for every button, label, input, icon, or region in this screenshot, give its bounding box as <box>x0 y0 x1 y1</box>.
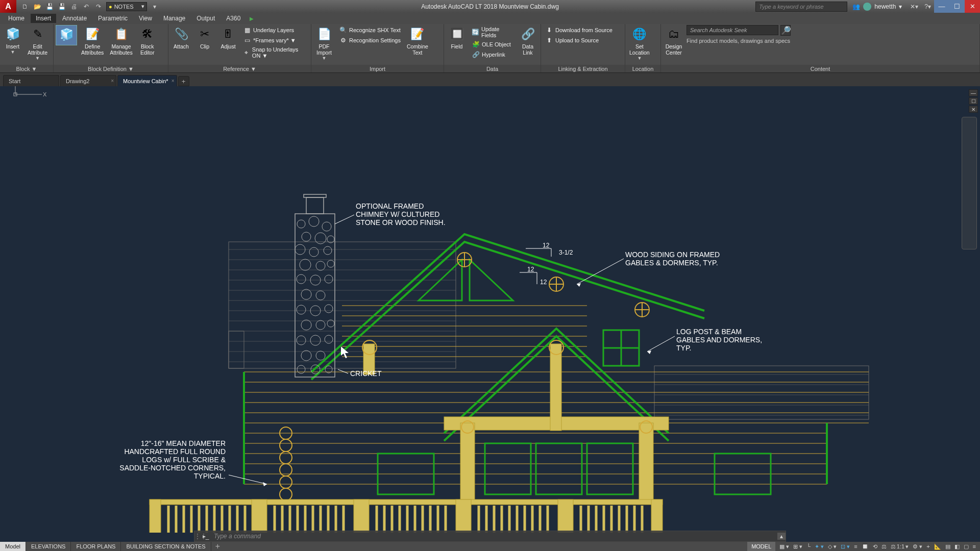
plus-icon[interactable]: + <box>926 543 929 549</box>
drawing-canvas[interactable]: OPTIONAL FRAMEDCHIMNEY W/ CULTUREDSTONE … <box>0 86 980 533</box>
play-icon[interactable]: ▶ <box>250 16 254 21</box>
plot-icon[interactable]: 🖨 <box>69 2 79 11</box>
close-tab-icon[interactable]: × <box>111 78 114 84</box>
panel-data-title: Data <box>444 65 541 72</box>
panel-reference-title[interactable]: Reference ▼ <box>168 65 311 72</box>
menu-manage[interactable]: Manage <box>158 14 190 23</box>
file-tab-start[interactable]: Start <box>3 75 59 86</box>
menu-home[interactable]: Home <box>3 14 30 23</box>
lineweight-icon[interactable]: ≡ <box>854 543 857 549</box>
field-button[interactable]: 🔲Field <box>446 25 468 51</box>
file-tab-mountview[interactable]: Mountview Cabin*× <box>117 75 177 86</box>
undo-icon[interactable]: ↶ <box>82 2 91 11</box>
cycling-icon[interactable]: ⟲ <box>873 543 877 550</box>
app-logo[interactable]: A <box>0 0 16 13</box>
layout-tab-model[interactable]: Model <box>0 542 26 551</box>
viewport-max-icon[interactable]: ☐ <box>969 97 978 105</box>
customize-icon[interactable]: ≡ <box>973 543 976 549</box>
menu-annotate[interactable]: Annotate <box>57 14 92 23</box>
layout-tab-elevations[interactable]: ELEVATIONS <box>26 542 71 551</box>
menu-parametric[interactable]: Parametric <box>93 14 133 23</box>
seek-go-icon[interactable]: 🔎 <box>780 25 791 36</box>
close-button[interactable]: ✕ <box>965 0 980 13</box>
quickprops-icon[interactable]: ▤ <box>945 543 950 550</box>
clip-button[interactable]: ✂Clip <box>194 25 215 51</box>
maximize-button[interactable]: ☐ <box>949 0 965 13</box>
minimize-button[interactable]: — <box>934 0 949 13</box>
design-center-button[interactable]: 🗂Design Center <box>663 25 684 57</box>
menu-view[interactable]: View <box>134 14 157 23</box>
redo-icon[interactable]: ↷ <box>94 2 103 11</box>
insert-button[interactable]: 🧊Insert▼ <box>2 25 23 56</box>
hwaccel-icon[interactable]: ▢ <box>964 543 969 550</box>
ortho-icon[interactable]: └ <box>806 543 811 549</box>
panel-linking-title: Linking & Extraction <box>541 65 625 72</box>
cmd-history-icon[interactable]: ▴ <box>777 533 786 540</box>
cmd-handle-icon[interactable]: ⋮⋮ <box>194 533 201 540</box>
status-model-button[interactable]: MODEL <box>747 542 775 551</box>
upload-source-button[interactable]: ⬆Upload to Source <box>543 35 615 45</box>
isodraft-icon[interactable]: ◇ ▾ <box>828 543 837 550</box>
exchange-icon[interactable]: ✕▾ <box>907 3 921 10</box>
define-attributes-button[interactable]: 📝Define Attributes <box>79 25 106 57</box>
transparency-icon[interactable]: 🔲 <box>862 543 869 550</box>
download-source-button[interactable]: ⬇Download from Source <box>543 25 615 35</box>
saveas-icon[interactable]: 💾 <box>57 2 66 11</box>
help-search[interactable]: Type a keyword or phrase <box>755 2 847 12</box>
pdf-import-button[interactable]: 📄PDF Import▼ <box>313 25 335 62</box>
create-block-button[interactable]: 🧊 <box>56 25 77 45</box>
update-fields-button[interactable]: 🔄Update Fields <box>470 25 515 39</box>
panel-block-title[interactable]: Block ▼ <box>0 65 53 72</box>
new-layout-button[interactable]: + <box>211 542 224 551</box>
panel-blockdef-title[interactable]: Block Definition ▼ <box>54 65 168 72</box>
user-menu[interactable]: 👥 hewetth ▾ <box>847 3 907 11</box>
edit-attribute-button[interactable]: ✎Edit Attribute▼ <box>26 25 50 62</box>
data-link-button[interactable]: 🔗Data Link <box>517 25 538 57</box>
close-tab-icon[interactable]: × <box>172 78 175 84</box>
menu-a360[interactable]: A360 <box>221 14 246 23</box>
layout-tab-floorplans[interactable]: FLOOR PLANS <box>71 542 121 551</box>
layer-dropdown[interactable]: ● NOTES ▾ <box>106 2 147 11</box>
save-icon[interactable]: 💾 <box>45 2 54 11</box>
scale-icon[interactable]: ⚖ 1:1 ▾ <box>891 543 909 550</box>
manage-attributes-button[interactable]: 📋Manage Attributes <box>108 25 134 57</box>
underlay-layers-button[interactable]: ▦Underlay Layers <box>241 25 309 35</box>
command-line[interactable]: ⋮⋮ ▸_ Type a command ▴ <box>194 531 786 542</box>
annoscale-icon[interactable]: ⚖ <box>881 543 887 550</box>
help-icon[interactable]: ?▾ <box>921 3 934 10</box>
hyperlink-button[interactable]: 🔗Hyperlink <box>470 49 515 60</box>
qat-more-icon[interactable]: ▾ <box>150 2 159 11</box>
osnap-icon[interactable]: ⊡ ▾ <box>841 543 850 550</box>
new-icon[interactable]: 🗋 <box>20 2 30 11</box>
recognize-shx-button[interactable]: 🔍Recognize SHX Text <box>337 25 403 35</box>
viewport-min-icon[interactable]: — <box>969 89 978 96</box>
layout-tab-sections[interactable]: BUILDING SECTION & NOTES <box>121 542 211 551</box>
isolate-icon[interactable]: ◧ <box>954 543 960 550</box>
adjust-button[interactable]: 🎚Adjust <box>217 25 239 51</box>
gear-icon[interactable]: ⚙ ▾ <box>913 543 922 550</box>
snap-underlays-dropdown[interactable]: ⌖Snap to Underlays ON ▼ <box>241 45 309 60</box>
file-tab-drawing2[interactable]: Drawing2× <box>60 75 116 86</box>
window-title: Autodesk AutoCAD LT 2018 Mountview Cabin… <box>421 3 559 10</box>
frames-dropdown[interactable]: ▭*Frames vary* ▼ <box>241 35 309 45</box>
block-editor-button[interactable]: 🛠Block Editor <box>137 25 158 57</box>
seek-search[interactable]: Search Autodesk Seek <box>687 25 778 35</box>
open-icon[interactable]: 📂 <box>33 2 42 11</box>
snap-icon[interactable]: ⊞ ▾ <box>793 543 802 550</box>
navigation-bar[interactable] <box>962 117 977 249</box>
viewport-close-icon[interactable]: ✕ <box>969 106 978 113</box>
panel-location-title: Location <box>625 65 660 72</box>
units-icon[interactable]: 📐 <box>934 543 941 550</box>
recognition-settings-button[interactable]: ⚙Recognition Settings <box>337 35 403 45</box>
polar-icon[interactable]: ✦ ▾ <box>815 543 824 550</box>
menu-output[interactable]: Output <box>191 14 220 23</box>
ole-object-button[interactable]: 🧩OLE Object <box>470 39 515 49</box>
grid-icon[interactable]: ▦ ▾ <box>779 543 789 550</box>
new-tab-button[interactable]: + <box>178 76 189 86</box>
cmd-input[interactable]: Type a command <box>211 533 777 540</box>
viewport-controls: — ☐ ✕ <box>969 89 978 113</box>
attach-button[interactable]: 📎Attach <box>170 25 192 51</box>
set-location-button[interactable]: 🌐Set Location▼ <box>627 25 652 62</box>
menu-insert[interactable]: Insert <box>31 14 56 23</box>
combine-text-button[interactable]: 📝Combine Text <box>405 25 430 57</box>
